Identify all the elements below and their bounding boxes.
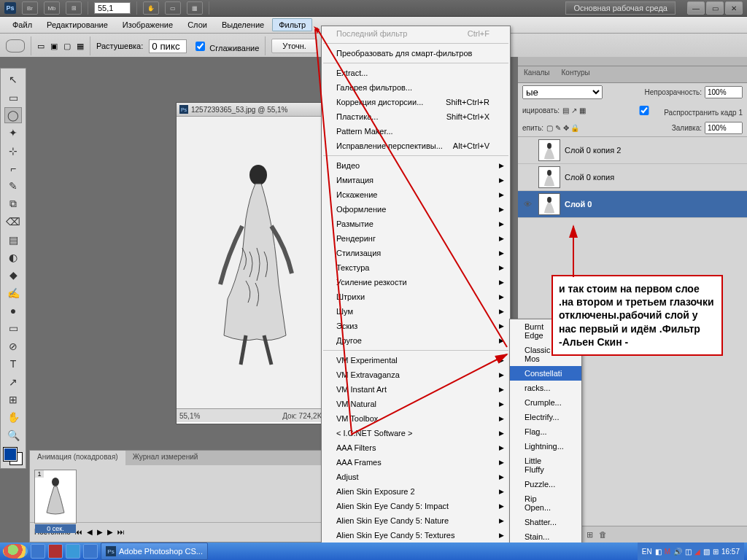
hand-icon[interactable]: ✋ (143, 1, 159, 15)
menu-item[interactable]: Штрихи▶ (322, 289, 510, 304)
tool-12[interactable]: ✍ (4, 285, 22, 301)
menu-item-last-filter[interactable]: Последний фильтрCtrl+F (322, 26, 510, 41)
submenu-item[interactable]: Constellati (510, 366, 581, 381)
submenu-item[interactable]: Crumple... (510, 395, 581, 410)
menu-item[interactable]: Исправление перспективы...Alt+Ctrl+V (322, 139, 510, 153)
tool-13[interactable]: ● (4, 303, 22, 319)
quicklaunch-desktop-icon[interactable] (83, 544, 98, 559)
color-swatch[interactable] (4, 448, 23, 465)
tool-20[interactable]: 🔍 (4, 427, 22, 443)
menu-item[interactable]: VM Instant Art▶ (322, 382, 510, 397)
menu-item[interactable]: VM Natural▶ (322, 397, 510, 411)
tab-channels[interactable]: Каналы (518, 66, 556, 82)
tool-4[interactable]: ⊹ (4, 143, 22, 159)
tab-paths[interactable]: Контуры (556, 66, 596, 82)
submenu-item[interactable]: Little Fluffy (510, 454, 581, 477)
antialias-checkbox[interactable]: Сглаживание (193, 39, 259, 53)
tool-17[interactable]: ↗ (4, 373, 22, 389)
ruler-icon[interactable]: ⊞ (66, 1, 82, 15)
menu-item[interactable]: Alien Skin Eye Candy 5: Impact▶ (322, 499, 510, 513)
menu-item[interactable]: Extract... (322, 66, 510, 80)
menu-item[interactable]: AAA Filters▶ (322, 440, 510, 455)
layer-row[interactable]: Слой 0 копия (518, 164, 747, 191)
tool-19[interactable]: ✋ (4, 409, 22, 425)
menu-item[interactable]: Размытие▶ (322, 217, 510, 231)
tool-1[interactable]: ▭ (4, 89, 22, 105)
lasso-preset-icon[interactable] (6, 39, 25, 52)
menu-item[interactable]: AAA Frames▶ (322, 455, 510, 470)
first-frame-button[interactable]: ⏮ (75, 528, 82, 536)
menu-filter[interactable]: Фильтр (272, 18, 312, 31)
animation-frame[interactable]: 1 0 сек. (34, 470, 77, 524)
selection-add-icon[interactable]: ▣ (50, 42, 58, 51)
layer-row[interactable]: 👁Слой 0 (518, 191, 747, 218)
tool-6[interactable]: ✎ (4, 178, 22, 194)
menu-file[interactable]: Файл (6, 18, 39, 31)
visibility-icon[interactable]: 👁 (521, 200, 534, 209)
tray-icon[interactable]: ◧ (655, 548, 662, 556)
opacity-input[interactable] (705, 86, 743, 98)
menu-item[interactable]: Галерея фильтров... (322, 80, 510, 95)
tray-volume-icon[interactable]: 🔊 (673, 548, 682, 556)
mb-icon[interactable]: Mb (44, 1, 60, 15)
tab-measurement-log[interactable]: Журнал измерений (125, 451, 206, 465)
menu-item[interactable]: Видео▶ (322, 158, 510, 173)
tool-16[interactable]: T (4, 356, 22, 372)
menu-item[interactable]: Искажение▶ (322, 187, 510, 202)
tool-2[interactable]: ◯ (4, 107, 22, 123)
maximize-button[interactable]: ▭ (706, 1, 724, 15)
menu-layer[interactable]: Слои (181, 18, 214, 31)
selection-intersect-icon[interactable]: ▦ (77, 42, 84, 51)
close-button[interactable]: ✕ (725, 1, 743, 15)
layer-footer-button[interactable]: ⊞ (587, 530, 593, 540)
menu-item[interactable]: Эскиз▶ (322, 319, 510, 333)
tray-network-icon[interactable]: ◫ (685, 548, 692, 556)
tool-7[interactable]: ⧉ (4, 196, 22, 212)
selection-sub-icon[interactable]: ▢ (63, 42, 71, 51)
tray-icon[interactable]: M (665, 548, 670, 556)
menu-item[interactable]: < I.C.NET Software >▶ (322, 426, 510, 440)
prev-frame-button[interactable]: ◀ (87, 528, 93, 536)
grid-icon[interactable]: ▦ (187, 1, 203, 15)
menu-item[interactable]: Рендеринг▶ (322, 231, 510, 246)
menu-item[interactable]: Оформление▶ (322, 202, 510, 217)
layer-footer-button[interactable]: 🗑 (599, 530, 607, 539)
tray-antivirus-icon[interactable]: ◢ (694, 548, 700, 556)
arrange-icon[interactable]: ▭ (165, 1, 181, 15)
tool-10[interactable]: ◐ (4, 249, 22, 265)
tool-9[interactable]: ▤ (4, 231, 22, 247)
menu-item[interactable]: Усиление резкости▶ (322, 275, 510, 289)
menu-edit[interactable]: Редактирование (40, 18, 115, 31)
lock-buttons[interactable]: ▢ ✎ ✥ 🔒 (546, 124, 579, 132)
feather-input[interactable] (149, 39, 187, 53)
quicklaunch-ie-icon[interactable] (66, 544, 80, 559)
menu-item[interactable]: VM Extravaganza▶ (322, 368, 510, 382)
blend-mode-select[interactable]: ые (522, 85, 603, 99)
layer-row[interactable]: Слой 0 копия 2 (518, 137, 747, 164)
frame-time[interactable]: 0 сек. (35, 524, 76, 533)
menu-item-convert-smart[interactable]: Преобразовать для смарт-фильтров (322, 46, 510, 61)
tool-3[interactable]: ✦ (4, 125, 22, 141)
tool-8[interactable]: ⌫ (4, 214, 22, 230)
screen-mode-icon[interactable]: Br (22, 1, 38, 15)
menu-item[interactable]: VM Experimental▶ (322, 353, 510, 368)
submenu-item[interactable]: Puzzle... (510, 477, 581, 491)
lang-indicator[interactable]: EN (642, 548, 652, 556)
menu-item[interactable]: Коррекция дисторсии...Shift+Ctrl+R (322, 95, 510, 109)
tool-5[interactable]: ⌐ (4, 160, 22, 176)
tool-0[interactable]: ↖ (4, 71, 22, 88)
workspace-selector[interactable]: Основная рабочая среда (565, 1, 676, 15)
propagate-checkbox[interactable]: Распространить кадр 1 (625, 104, 743, 117)
submenu-item[interactable]: Stain... (510, 529, 581, 544)
tool-15[interactable]: ⊘ (4, 338, 22, 354)
tab-animation[interactable]: Анимация (покадровая) (30, 451, 125, 465)
selection-new-icon[interactable]: ▭ (37, 42, 44, 51)
menu-item[interactable]: Шум▶ (322, 304, 510, 319)
submenu-item[interactable]: Lightning... (510, 439, 581, 454)
menu-select[interactable]: Выделение (215, 18, 271, 31)
menu-item[interactable]: Alien Skin Eye Candy 5: Nature▶ (322, 513, 510, 528)
refine-edge-button[interactable]: Уточн. (271, 39, 317, 53)
menu-item[interactable]: Текстура▶ (322, 260, 510, 275)
menu-item[interactable]: Pattern Maker... (322, 124, 510, 139)
tray-icon[interactable]: ▧ (703, 548, 710, 556)
